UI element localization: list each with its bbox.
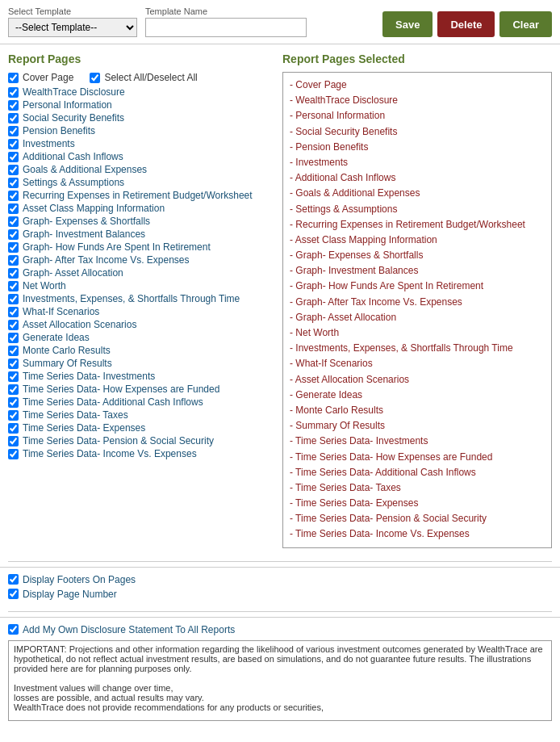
select-template-dropdown[interactable]: --Select Template-- (8, 18, 137, 37)
save-button[interactable]: Save (382, 11, 433, 37)
chk-whatif-checkbox[interactable] (8, 307, 19, 317)
list-item: - Net Worth (290, 325, 545, 341)
chk-graph-exp-label[interactable]: Graph- Expenses & Shortfalls (23, 216, 150, 227)
chk-ts-taxes-checkbox[interactable] (8, 410, 19, 421)
chk-ts-income-label[interactable]: Time Series Data- Income Vs. Expenses (23, 448, 197, 459)
chk-gen-ideas-checkbox[interactable] (8, 333, 19, 343)
chk-graph-alloc-checkbox[interactable] (8, 268, 19, 279)
chk-monte-checkbox[interactable] (8, 346, 19, 356)
list-item: Time Series Data- How Expenses are Funde… (8, 384, 274, 395)
chk-social-checkbox[interactable] (8, 113, 19, 124)
chk-recurring-label[interactable]: Recurring Expenses in Retirement Budget/… (23, 190, 253, 201)
chk-ts-exp-checkbox[interactable] (8, 423, 19, 434)
list-item: - Graph- How Funds Are Spent In Retireme… (290, 279, 545, 294)
chk-social-label[interactable]: Social Security Benefits (23, 112, 124, 124)
list-item: Asset Allocation Scenarios (8, 319, 274, 330)
list-item: What-If Scenarios (8, 306, 274, 317)
disclosure-label[interactable]: Add My Own Disclosure Statement To All R… (23, 624, 235, 635)
list-item: - Asset Allocation Scenarios (290, 372, 545, 388)
chk-networth-label[interactable]: Net Worth (23, 280, 66, 291)
chk-summary-label[interactable]: Summary Of Results (23, 358, 112, 369)
chk-graph-funds-label[interactable]: Graph- How Funds Are Spent In Retirement (23, 241, 211, 253)
chk-wt-disc-label[interactable]: WealthTrace Disclosure (23, 86, 125, 98)
list-item: - Summary Of Results (290, 418, 545, 434)
display-pagenum-checkbox[interactable] (8, 589, 19, 599)
chk-personal-label[interactable]: Personal Information (23, 99, 112, 111)
chk-invest-checkbox[interactable] (8, 139, 19, 149)
list-item: - Graph- Investment Balances (290, 263, 545, 279)
chk-asset-map-label[interactable]: Asset Class Mapping Information (23, 203, 165, 214)
chk-monte-label[interactable]: Monte Carlo Results (23, 345, 111, 356)
footer-checks: Display Footers On Pages Display Page Nu… (8, 574, 552, 600)
chk-inv-exp-checkbox[interactable] (8, 294, 19, 304)
chk-cash-label[interactable]: Additional Cash Inflows (23, 151, 123, 162)
list-item: - Graph- After Tax Income Vs. Expenses (290, 295, 545, 310)
chk-inv-exp-label[interactable]: Investments, Expenses, & Shortfalls Thro… (23, 293, 240, 304)
list-item: Asset Class Mapping Information (8, 203, 274, 214)
list-item: - Time Series Data- How Expenses are Fun… (290, 450, 545, 465)
chk-graph-exp-checkbox[interactable] (8, 216, 19, 227)
chk-settings-label[interactable]: Settings & Assumptions (23, 177, 124, 188)
chk-ts-pension-label[interactable]: Time Series Data- Pension & Social Secur… (23, 435, 214, 446)
chk-ts-pension-checkbox[interactable] (8, 436, 19, 446)
chk-ts-invest-checkbox[interactable] (8, 371, 19, 382)
list-item: Additional Cash Inflows (8, 151, 274, 162)
chk-cash-checkbox[interactable] (8, 152, 19, 162)
chk-graph-bal-label[interactable]: Graph- Investment Balances (23, 228, 145, 240)
display-pagenum-label[interactable]: Display Page Number (23, 589, 117, 600)
chk-ts-add-label[interactable]: Time Series Data- Additional Cash Inflow… (23, 396, 203, 408)
chk-graph-bal-checkbox[interactable] (8, 229, 19, 240)
disclosure-checkbox[interactable] (8, 624, 19, 635)
select-all-label[interactable]: Select All/Deselect All (104, 72, 197, 83)
list-item: Time Series Data- Pension & Social Secur… (8, 435, 274, 446)
chk-goals-label[interactable]: Goals & Additional Expenses (23, 164, 147, 175)
chk-graph-aftax-checkbox[interactable] (8, 255, 19, 266)
chk-recurring-checkbox[interactable] (8, 191, 19, 201)
chk-graph-aftax-label[interactable]: Graph- After Tax Income Vs. Expenses (23, 254, 190, 266)
disclosure-textarea[interactable] (8, 640, 552, 721)
cover-page-checkbox[interactable] (8, 73, 19, 83)
chk-whatif-label[interactable]: What-If Scenarios (23, 306, 99, 317)
chk-ts-taxes-label[interactable]: Time Series Data- Taxes (23, 409, 128, 421)
chk-networth-checkbox[interactable] (8, 281, 19, 291)
chk-invest-label[interactable]: Investments (23, 138, 75, 149)
chk-settings-checkbox[interactable] (8, 178, 19, 188)
clear-button[interactable]: Clear (499, 11, 552, 37)
select-all-checkbox[interactable] (90, 73, 100, 83)
display-footers-label[interactable]: Display Footers On Pages (23, 574, 136, 585)
list-item: - Pension Benefits (290, 140, 545, 155)
chk-summary-checkbox[interactable] (8, 358, 19, 369)
list-item: Time Series Data- Additional Cash Inflow… (8, 396, 274, 408)
template-name-input[interactable] (145, 18, 307, 37)
chk-asset-alloc-label[interactable]: Asset Allocation Scenarios (23, 319, 136, 330)
template-name-group: Template Name (145, 6, 307, 37)
list-item: - Social Security Benefits (290, 124, 545, 140)
chk-personal-checkbox[interactable] (8, 100, 19, 111)
chk-graph-funds-checkbox[interactable] (8, 242, 19, 253)
delete-button[interactable]: Delete (437, 11, 495, 37)
chk-pension-label[interactable]: Pension Benefits (23, 125, 95, 136)
chk-ts-how-checkbox[interactable] (8, 384, 19, 395)
chk-asset-alloc-checkbox[interactable] (8, 320, 19, 330)
cover-page-label[interactable]: Cover Page (23, 72, 73, 83)
chk-gen-ideas-label[interactable]: Generate Ideas (23, 332, 90, 343)
main-content: Report Pages Cover Page Select All/Desel… (0, 44, 560, 556)
list-item: WealthTrace Disclosure (8, 86, 274, 98)
chk-ts-add-checkbox[interactable] (8, 397, 19, 408)
display-footers-checkbox[interactable] (8, 574, 19, 585)
divider-2 (8, 611, 552, 612)
chk-asset-map-checkbox[interactable] (8, 203, 19, 214)
list-item: Investments, Expenses, & Shortfalls Thro… (8, 293, 274, 304)
chk-ts-income-checkbox[interactable] (8, 449, 19, 459)
chk-goals-checkbox[interactable] (8, 165, 19, 175)
chk-ts-how-label[interactable]: Time Series Data- How Expenses are Funde… (23, 384, 219, 395)
list-item: - Time Series Data- Expenses (290, 496, 545, 511)
select-template-group: Select Template --Select Template-- (8, 6, 137, 37)
list-item: Recurring Expenses in Retirement Budget/… (8, 190, 274, 201)
chk-ts-invest-label[interactable]: Time Series Data- Investments (23, 371, 155, 382)
list-item: - Investments, Expenses, & Shortfalls Th… (290, 341, 545, 356)
chk-pension-checkbox[interactable] (8, 126, 19, 136)
chk-ts-exp-label[interactable]: Time Series Data- Expenses (23, 422, 145, 434)
chk-wt-disc-checkbox[interactable] (8, 87, 19, 98)
chk-graph-alloc-label[interactable]: Graph- Asset Allocation (23, 267, 123, 279)
